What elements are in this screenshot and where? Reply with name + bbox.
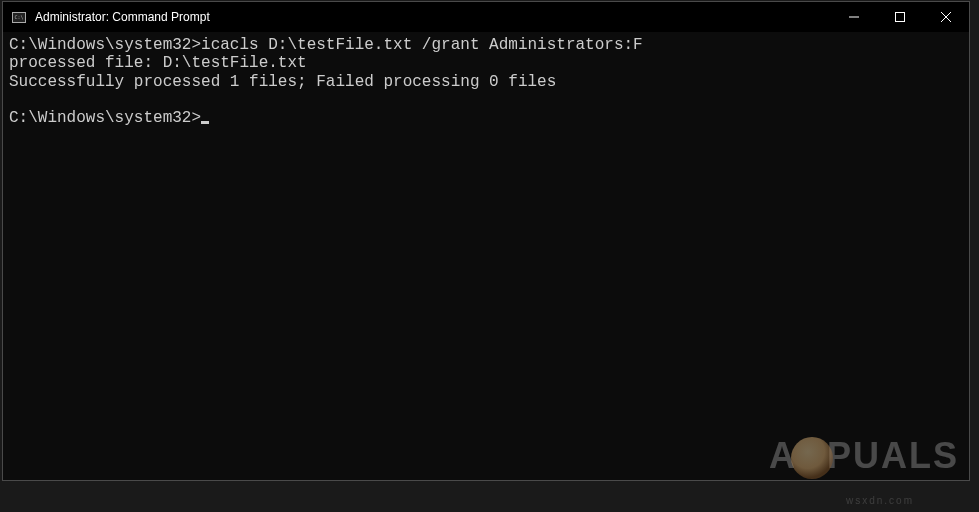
cmd-icon: C:\ <box>11 11 27 23</box>
minimize-button[interactable] <box>831 2 877 32</box>
close-button[interactable] <box>923 2 969 32</box>
terminal-output: Successfully processed 1 files; Failed p… <box>9 73 963 91</box>
maximize-button[interactable] <box>877 2 923 32</box>
prompt-text: C:\Windows\system32> <box>9 36 201 54</box>
svg-rect-1 <box>896 13 905 22</box>
command-text: icacls D:\testFile.txt /grant Administra… <box>201 36 643 54</box>
terminal-line: C:\Windows\system32>icacls D:\testFile.t… <box>9 36 963 54</box>
window-title: Administrator: Command Prompt <box>35 10 210 24</box>
window-controls <box>831 2 969 32</box>
sub-watermark: wsxdn.com <box>846 495 914 506</box>
command-prompt-window: C:\ Administrator: Command Prompt C:\Win… <box>2 1 970 481</box>
terminal-body[interactable]: C:\Windows\system32>icacls D:\testFile.t… <box>3 32 969 480</box>
terminal-output: processed file: D:\testFile.txt <box>9 54 963 72</box>
cursor-icon <box>201 121 209 124</box>
terminal-prompt-line: C:\Windows\system32> <box>9 109 963 127</box>
prompt-text: C:\Windows\system32> <box>9 109 201 127</box>
terminal-blank <box>9 91 963 109</box>
titlebar[interactable]: C:\ Administrator: Command Prompt <box>3 2 969 32</box>
